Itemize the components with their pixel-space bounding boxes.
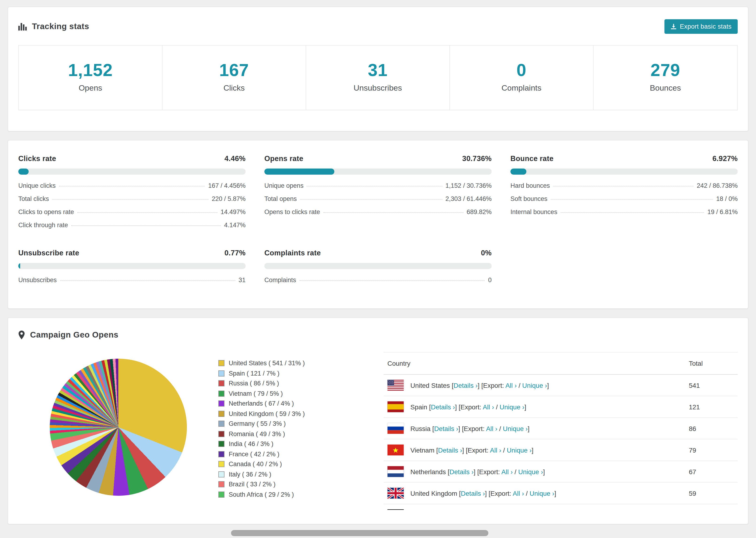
- legend-item[interactable]: Vietnam ( 79 / 5% ): [218, 390, 384, 397]
- rate-row-value: 31: [239, 277, 245, 284]
- stat-label: Unsubscribes: [311, 83, 445, 93]
- rate-row: Click through rate4.147%: [18, 222, 245, 235]
- rate-row-label: Total opens: [264, 195, 297, 202]
- legend-label: Germany ( 55 / 3% ): [229, 420, 286, 427]
- rate-block: Bounce rate6.927%Hard bounces242 / 86.73…: [511, 154, 738, 235]
- table-row: Germany [Details ›] [Export: All › / Uni…: [384, 504, 738, 510]
- country-links: Spain [Details ›] [Export: All › / Uniqu…: [410, 403, 526, 410]
- rate-title: Opens rate: [264, 154, 303, 163]
- legend-item[interactable]: France ( 42 / 2% ): [218, 451, 384, 457]
- rate-progress-fill: [511, 169, 526, 175]
- country-cell: United Kingdom [Details ›] [Export: All …: [384, 482, 685, 504]
- legend-label: India ( 46 / 3% ): [229, 440, 274, 447]
- dotted-leader: [71, 225, 221, 226]
- export-all-link[interactable]: All ›: [483, 403, 494, 410]
- legend-item[interactable]: India ( 46 / 3% ): [218, 440, 384, 447]
- country-total: 79: [685, 439, 738, 461]
- export-all-link[interactable]: All ›: [502, 468, 513, 475]
- country-cell-content: United States [Details ›] [Export: All ›…: [387, 380, 681, 391]
- export-button-label: Export basic stats: [680, 23, 731, 30]
- geo-pie-chart[interactable]: [50, 359, 187, 496]
- export-all-link[interactable]: All ›: [490, 446, 501, 454]
- stat-value: 167: [167, 61, 301, 80]
- legend-item[interactable]: Canada ( 40 / 2% ): [218, 460, 384, 467]
- table-row: Russia [Details ›] [Export: All › / Uniq…: [384, 418, 738, 439]
- details-link[interactable]: Details ›: [450, 468, 474, 475]
- country-cell-content: United Kingdom [Details ›] [Export: All …: [387, 488, 681, 499]
- stat-box: 279Bounces: [594, 45, 737, 110]
- details-link[interactable]: Details ›: [431, 403, 455, 410]
- geo-table-body: United States [Details ›] [Export: All ›…: [384, 374, 738, 510]
- legend-item[interactable]: Netherlands ( 67 / 4% ): [218, 400, 384, 407]
- country-total: 541: [685, 374, 738, 396]
- export-unique-link[interactable]: Unique ›: [522, 381, 547, 389]
- export-basic-stats-button[interactable]: Export basic stats: [665, 19, 738, 34]
- rate-title: Complaints rate: [264, 249, 321, 257]
- country-column-header: Country: [384, 352, 685, 374]
- export-unique-link[interactable]: Unique ›: [518, 468, 543, 475]
- export-all-link[interactable]: All ›: [506, 381, 517, 389]
- export-unique-link[interactable]: Unique ›: [503, 425, 528, 432]
- legend-item[interactable]: Romania ( 49 / 3% ): [218, 430, 384, 437]
- stat-box: 1,152Opens: [19, 45, 162, 110]
- rate-rows: Unique opens1,152 / 30.736%Total opens2,…: [264, 182, 492, 222]
- country-name: Vietnam: [410, 446, 434, 454]
- rate-header: Clicks rate4.46%: [18, 154, 245, 163]
- legend-swatch: [218, 360, 225, 366]
- rate-title: Unsubscribe rate: [18, 249, 80, 257]
- stat-label: Bounces: [598, 83, 732, 93]
- country-total: 59: [685, 482, 738, 504]
- legend-item[interactable]: United States ( 541 / 31% ): [218, 360, 384, 367]
- legend-label: Spain ( 121 / 7% ): [229, 370, 279, 377]
- country-cell-content: Spain [Details ›] [Export: All › / Uniqu…: [387, 402, 681, 412]
- dotted-leader: [52, 199, 208, 199]
- legend-item[interactable]: Germany ( 55 / 3% ): [218, 420, 384, 427]
- export-all-link[interactable]: All ›: [486, 425, 497, 432]
- horizontal-scrollbar-thumb[interactable]: [231, 530, 488, 536]
- export-unique-link[interactable]: Unique ›: [529, 489, 554, 497]
- legend-item[interactable]: Russia ( 86 / 5% ): [218, 380, 384, 387]
- legend-swatch: [218, 401, 225, 406]
- dotted-leader: [60, 280, 235, 281]
- country-name: United Kingdom: [410, 489, 457, 497]
- details-link[interactable]: Details ›: [438, 446, 462, 454]
- rate-percentage: 0%: [481, 249, 492, 257]
- rate-row-value: 2,303 / 61.446%: [445, 195, 492, 202]
- country-cell: United States [Details ›] [Export: All ›…: [384, 374, 685, 396]
- legend-swatch: [218, 421, 225, 427]
- rate-header: Complaints rate0%: [264, 249, 492, 257]
- dotted-leader: [300, 199, 442, 199]
- rates-grid: Clicks rate4.46%Unique clicks167 / 4.456…: [18, 154, 738, 290]
- details-link[interactable]: Details ›: [434, 425, 458, 432]
- country-cell: Spain [Details ›] [Export: All › / Uniqu…: [384, 396, 685, 418]
- stat-box: 167Clicks: [162, 45, 306, 110]
- country-links: Netherlands [Details ›] [Export: All › /…: [410, 468, 545, 475]
- legend-item[interactable]: Italy ( 36 / 2% ): [218, 471, 384, 478]
- export-all-link[interactable]: All ›: [513, 489, 524, 497]
- country-links: Vietnam [Details ›] [Export: All › / Uni…: [410, 446, 533, 454]
- legend-item[interactable]: Spain ( 121 / 7% ): [218, 370, 384, 377]
- details-link[interactable]: Details ›: [454, 381, 478, 389]
- legend-item[interactable]: Brazil ( 33 / 2% ): [218, 481, 384, 488]
- legend-swatch: [218, 380, 225, 386]
- stat-value: 0: [455, 61, 588, 80]
- geo-opens-title: Campaign Geo Opens: [30, 330, 118, 340]
- country-total: 55: [685, 504, 738, 510]
- export-unique-link[interactable]: Unique ›: [507, 446, 531, 454]
- details-link[interactable]: Details ›: [461, 489, 485, 497]
- dotted-leader: [307, 186, 442, 187]
- rate-row: Complaints0: [264, 277, 492, 290]
- rate-progress-bar: [264, 169, 492, 175]
- legend-item[interactable]: South Africa ( 29 / 2% ): [218, 491, 384, 498]
- legend-item[interactable]: United Kingdom ( 59 / 3% ): [218, 410, 384, 417]
- legend-label: United Kingdom ( 59 / 3% ): [229, 410, 305, 417]
- rate-row-label: Hard bounces: [511, 182, 550, 189]
- legend-label: Romania ( 49 / 3% ): [229, 430, 285, 437]
- rate-row-label: Opens to clicks rate: [264, 208, 320, 215]
- legend-swatch: [218, 370, 225, 376]
- export-unique-link[interactable]: Unique ›: [500, 403, 524, 410]
- rate-rows: Complaints0: [264, 277, 492, 290]
- rate-row-label: Unique clicks: [18, 182, 56, 189]
- dotted-leader: [553, 186, 693, 187]
- country-cell-content: Germany [Details ›] [Export: All › / Uni…: [387, 510, 681, 510]
